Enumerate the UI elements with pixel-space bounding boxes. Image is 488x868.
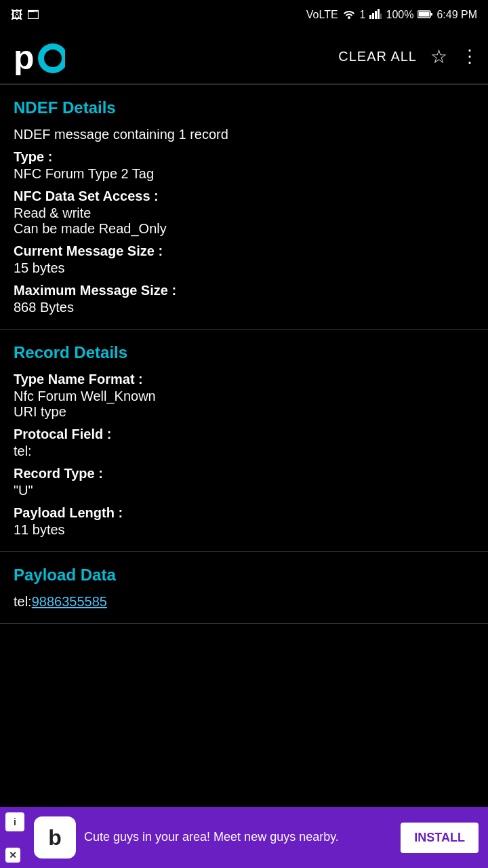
ad-close-icon[interactable]: ✕ <box>5 848 20 863</box>
ad-logo: b <box>34 816 76 859</box>
svg-rect-0 <box>369 15 371 19</box>
payload-section: Payload Data tel:9886355585 <box>0 552 488 624</box>
protocal-label: Protocal Field : <box>14 427 474 442</box>
svg-text:p: p <box>14 39 35 75</box>
payload-prefix: tel: <box>14 594 32 609</box>
svg-rect-2 <box>375 11 377 19</box>
clear-all-button[interactable]: CLEAR ALL <box>338 49 417 64</box>
ad-banner: i ✕ b Cute guys in your area! Meet new g… <box>0 807 488 868</box>
status-bar: 🖼 🗔 VoLTE 1 100% 6:49 PM <box>0 0 488 30</box>
payload-length-value: 11 bytes <box>14 522 474 538</box>
access-value: Read & write <box>14 205 474 221</box>
access-note: Can be made Read_Only <box>14 221 474 237</box>
type-name-format-label: Type Name Format : <box>14 372 474 387</box>
star-icon[interactable]: ☆ <box>430 45 447 68</box>
ndef-section: NDEF Details NDEF message containing 1 r… <box>0 85 488 330</box>
battery-text: 100% <box>386 9 413 21</box>
record-section: Record Details Type Name Format : Nfc Fo… <box>0 330 488 552</box>
type-label: Type : <box>14 149 474 165</box>
ad-text-container: Cute guys in your area! Meet new guys ne… <box>84 829 392 845</box>
ad-logo-text: b <box>48 825 62 850</box>
record-type-label: Record Type : <box>14 466 474 481</box>
svg-rect-1 <box>372 13 374 19</box>
carrier-text: VoLTE <box>306 9 338 21</box>
ad-install-button[interactable]: INSTALL <box>401 823 479 853</box>
type-name-format-value: Nfc Forum Well_Known <box>14 389 474 404</box>
svg-rect-3 <box>378 9 380 19</box>
svg-point-10 <box>44 50 62 67</box>
app-bar-actions: CLEAR ALL ☆ ⋮ <box>338 45 477 68</box>
access-label: NFC Data Set Access : <box>14 189 474 204</box>
ad-text: Cute guys in your area! Meet new guys ne… <box>84 829 392 845</box>
app-bar: p CLEAR ALL ☆ ⋮ <box>0 30 488 84</box>
svg-rect-4 <box>380 14 382 19</box>
type-name-format-sub: URI type <box>14 404 474 420</box>
more-options-icon[interactable]: ⋮ <box>461 46 477 67</box>
browser-icon: 🗔 <box>27 8 39 22</box>
ndef-section-title: NDEF Details <box>14 98 474 117</box>
time-text: 6:49 PM <box>436 9 477 21</box>
payload-section-title: Payload Data <box>14 566 474 585</box>
payload-length-label: Payload Length : <box>14 505 474 521</box>
wifi-icon <box>342 8 356 22</box>
type-value: NFC Forum Type 2 Tag <box>14 166 474 182</box>
record-type-value: "U" <box>14 483 474 498</box>
record-section-title: Record Details <box>14 343 474 362</box>
payload-tel: tel:9886355585 <box>14 594 474 610</box>
signal-bars-icon <box>369 8 382 22</box>
battery-icon <box>418 8 432 22</box>
svg-rect-6 <box>419 12 430 16</box>
protocal-value: tel: <box>14 443 474 459</box>
content-area: NDEF Details NDEF message containing 1 r… <box>0 85 488 692</box>
max-size-value: 868 Bytes <box>14 300 474 315</box>
ad-info-icon: i <box>5 812 24 831</box>
image-icon: 🖼 <box>11 8 23 22</box>
sim-icon: 1 <box>360 9 366 21</box>
app-logo: p <box>11 38 65 75</box>
svg-rect-7 <box>430 13 432 16</box>
max-size-label: Maximum Message Size : <box>14 283 474 298</box>
current-size-label: Current Message Size : <box>14 243 474 259</box>
status-bar-left: 🖼 🗔 <box>11 8 39 22</box>
payload-phone-link[interactable]: 9886355585 <box>32 594 107 609</box>
current-size-value: 15 bytes <box>14 260 474 276</box>
ndef-description: NDEF message containing 1 record <box>14 127 474 142</box>
